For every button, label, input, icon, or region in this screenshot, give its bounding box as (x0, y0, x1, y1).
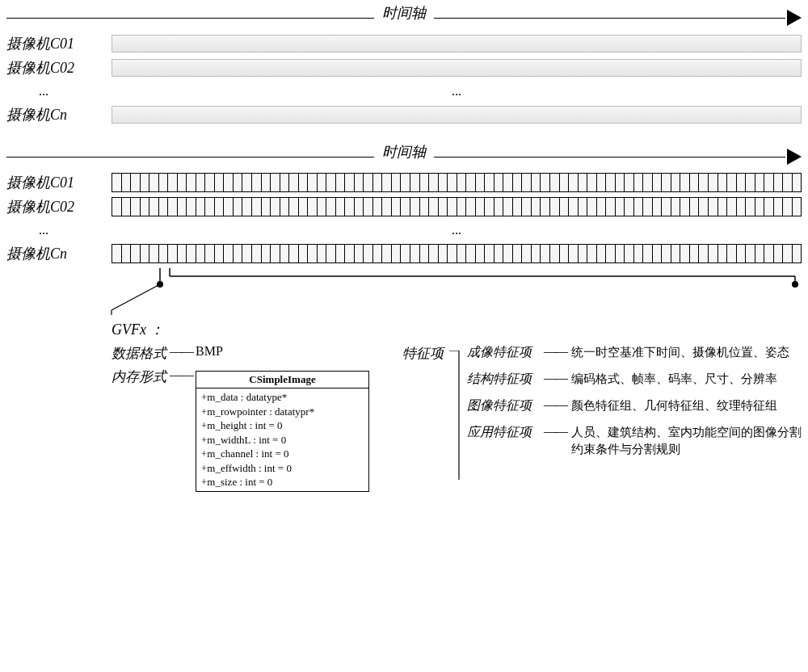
dash-icon: —— (544, 424, 566, 458)
ellipsis: ... (112, 223, 802, 237)
class-diagram: CSimpleImage +m_data : datatype*+m_rowpo… (196, 371, 369, 492)
ellipsis-row: ... ... (6, 223, 802, 237)
timeline-axis-1: 时间轴 (6, 6, 802, 29)
camera-row-c01-seg: 摄像机C01 (6, 173, 802, 192)
feature-value: 人员、建筑结构、室内功能空间的图像分割约束条件与分割规则 (571, 424, 802, 458)
feature-key: 图像特征项 (467, 397, 544, 414)
frame-sequence-bar (112, 173, 802, 192)
ellipsis: ... (112, 84, 802, 99)
camera-label: 摄像机Cn (6, 105, 112, 124)
frame-sequence-bar (112, 197, 802, 216)
class-attribute: +m_effwidth : int = 0 (201, 461, 364, 476)
camera-label: 摄像机C02 (6, 197, 112, 216)
feature-root-key: 特征项 (402, 346, 444, 361)
feature-row: 图像特征项——颜色特征组、几何特征组、纹理特征组 (467, 397, 802, 414)
data-format-row: 数据格式 —— BMP (112, 344, 370, 363)
class-attribute: +m_rowpointer : datatypr* (201, 405, 364, 419)
feature-row: 应用特征项——人员、建筑结构、室内功能空间的图像分割约束条件与分割规则 (467, 424, 802, 458)
timeline-axis-2: 时间轴 (6, 145, 802, 168)
camera-row-cn-seg: 摄像机Cn (6, 244, 802, 263)
camera-row-c02-seg: 摄像机C02 (6, 197, 802, 216)
svg-point-5 (792, 281, 798, 288)
gvfx-label: GVFx ： (112, 320, 802, 339)
brace-icon (449, 351, 473, 488)
class-attribute: +m_height : int = 0 (201, 418, 364, 433)
memory-form-key: 内存形式 (112, 368, 166, 386)
callout-bracket (112, 268, 802, 317)
ellipsis-row: ... ... (6, 84, 802, 99)
class-attribute: +m_size : int = 0 (201, 475, 364, 489)
dash-icon: —— (170, 368, 192, 382)
feature-key: 应用特征项 (467, 424, 544, 458)
arrowhead-icon (787, 149, 802, 165)
axis-label: 时间轴 (374, 3, 434, 23)
feature-list: 成像特征项——统一时空基准下时间、摄像机位置、姿态结构特征项——编码格式、帧率、… (467, 344, 802, 468)
camera-row-c02: 摄像机C02 (6, 58, 802, 78)
frame-detail: GVFx ： 数据格式 —— BMP 内存形式 —— CSimpleImage … (112, 317, 802, 492)
axis-label: 时间轴 (374, 142, 434, 162)
feature-value: 统一时空基准下时间、摄像机位置、姿态 (571, 344, 802, 361)
camera-label: 摄像机C01 (6, 34, 112, 53)
ellipsis: ... (6, 84, 112, 99)
class-attribute: +m_channel : int = 0 (201, 447, 364, 461)
dash-icon: —— (544, 397, 566, 414)
dash-icon: —— (544, 344, 566, 361)
dash-icon: —— (170, 344, 192, 359)
data-format-key: 数据格式 (112, 344, 166, 363)
feature-row: 成像特征项——统一时空基准下时间、摄像机位置、姿态 (467, 344, 802, 361)
class-title: CSimpleImage (196, 372, 368, 388)
camera-label: 摄像机C02 (6, 58, 112, 78)
class-body: +m_data : datatype*+m_rowpointer : datat… (196, 388, 368, 491)
feature-value: 颜色特征组、几何特征组、纹理特征组 (571, 397, 802, 414)
video-bar-solid (112, 106, 802, 124)
data-format-value: BMP (196, 344, 223, 359)
class-attribute: +m_data : datatype* (201, 390, 364, 405)
arrowhead-icon (787, 10, 802, 26)
video-bar-solid (112, 59, 802, 77)
ellipsis: ... (6, 223, 112, 237)
video-bar-solid (112, 35, 802, 52)
camera-label: 摄像机Cn (6, 244, 112, 263)
feature-key: 结构特征项 (467, 371, 544, 388)
feature-value: 编码格式、帧率、码率、尺寸、分辨率 (571, 371, 802, 388)
class-attribute: +m_widthL : int = 0 (201, 433, 364, 447)
memory-form-row: 内存形式 —— CSimpleImage +m_data : datatype*… (112, 368, 370, 492)
camera-row-cn: 摄像机Cn (6, 105, 802, 124)
frame-sequence-bar (112, 244, 802, 263)
camera-label: 摄像机C01 (6, 173, 112, 192)
feature-key: 成像特征项 (467, 344, 544, 361)
feature-row: 结构特征项——编码格式、帧率、码率、尺寸、分辨率 (467, 371, 802, 388)
dash-icon: —— (544, 371, 566, 388)
camera-row-c01: 摄像机C01 (6, 34, 802, 53)
svg-line-6 (112, 284, 160, 310)
